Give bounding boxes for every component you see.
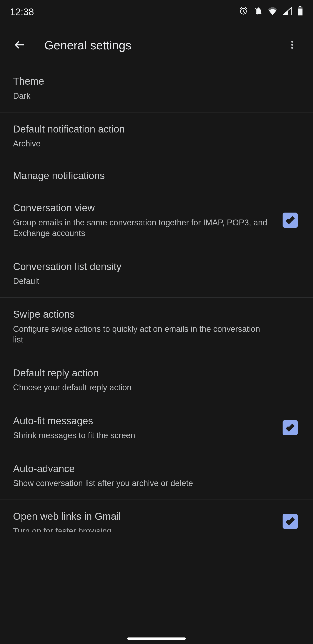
checkbox-conversation-view[interactable]	[283, 212, 298, 228]
setting-manage-notifications[interactable]: Manage notifications	[0, 160, 313, 192]
settings-list: Theme Dark Default notification action A…	[0, 66, 313, 532]
setting-description: Shrink messages to fit the screen	[13, 430, 270, 441]
setting-open-web-links-in-gmail[interactable]: Open web links in Gmail Turn on for fast…	[0, 500, 313, 532]
svg-point-0	[291, 41, 293, 43]
signal-icon	[283, 6, 292, 18]
setting-default-reply-action[interactable]: Default reply action Choose your default…	[0, 356, 313, 404]
setting-title: Theme	[13, 75, 300, 88]
setting-description: Turn on for faster browsing	[13, 526, 270, 532]
check-icon	[285, 516, 295, 527]
battery-icon	[297, 6, 303, 18]
setting-value: Default	[13, 276, 270, 286]
setting-theme[interactable]: Theme Dark	[0, 66, 313, 112]
wifi-icon	[268, 6, 277, 18]
app-bar: General settings	[0, 24, 313, 66]
setting-auto-advance[interactable]: Auto-advance Show conversation list afte…	[0, 452, 313, 500]
nav-handle[interactable]	[127, 638, 186, 640]
setting-title: Manage notifications	[13, 170, 300, 182]
setting-conversation-list-density[interactable]: Conversation list density Default	[0, 250, 313, 298]
arrow-back-icon	[13, 39, 26, 52]
status-bar: 12:38	[0, 0, 313, 24]
svg-point-1	[291, 44, 293, 46]
more-vert-icon	[287, 40, 297, 51]
dnd-icon	[254, 6, 262, 18]
back-button[interactable]	[9, 34, 30, 56]
checkbox-open-web-links[interactable]	[283, 514, 298, 529]
setting-title: Default notification action	[13, 123, 300, 136]
svg-point-2	[291, 47, 293, 49]
setting-title: Auto-advance	[13, 462, 300, 475]
setting-swipe-actions[interactable]: Swipe actions Configure swipe actions to…	[0, 298, 313, 356]
setting-description: Group emails in the same conversation to…	[13, 217, 270, 239]
status-time: 12:38	[10, 6, 34, 18]
setting-default-notification-action[interactable]: Default notification action Archive	[0, 112, 313, 160]
setting-title: Swipe actions	[13, 308, 300, 321]
status-icons	[239, 6, 303, 18]
setting-description: Configure swipe actions to quickly act o…	[13, 324, 270, 345]
setting-value: Dark	[13, 91, 270, 102]
setting-description: Choose your default reply action	[13, 382, 270, 393]
setting-description: Show conversation list after you archive…	[13, 478, 270, 489]
page-title: General settings	[44, 38, 281, 52]
setting-value: Archive	[13, 138, 270, 149]
overflow-menu-button[interactable]	[281, 34, 303, 56]
check-icon	[285, 215, 295, 226]
setting-title: Open web links in Gmail	[13, 510, 276, 523]
setting-title: Conversation list density	[13, 260, 300, 273]
alarm-icon	[239, 6, 248, 18]
setting-conversation-view[interactable]: Conversation view Group emails in the sa…	[0, 191, 313, 250]
setting-title: Default reply action	[13, 367, 300, 380]
check-icon	[285, 422, 295, 433]
setting-title: Conversation view	[13, 202, 276, 214]
setting-auto-fit-messages[interactable]: Auto-fit messages Shrink messages to fit…	[0, 404, 313, 452]
checkbox-auto-fit[interactable]	[283, 420, 298, 435]
setting-title: Auto-fit messages	[13, 415, 276, 427]
